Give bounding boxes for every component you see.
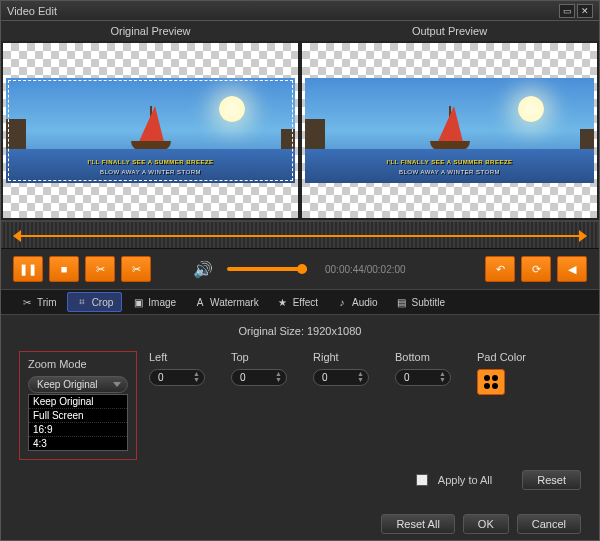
- trim-end-handle[interactable]: [579, 230, 587, 242]
- volume-slider[interactable]: [227, 267, 307, 271]
- zoom-mode-dropdown[interactable]: Keep Original: [28, 376, 128, 393]
- zoom-mode-label: Zoom Mode: [28, 358, 128, 370]
- zoom-mode-options: Keep Original Full Screen 16:9 4:3: [28, 394, 128, 451]
- tab-subtitle[interactable]: ▤Subtitle: [388, 293, 453, 311]
- zoom-mode-section: Zoom Mode Keep Original Keep Original Fu…: [19, 351, 137, 460]
- maximize-button[interactable]: ▭: [559, 4, 575, 18]
- scissors-icon: ✂: [132, 263, 141, 276]
- playback-controls: ❚❚ ■ ✂ ✂ 🔊 00:00:44/00:02:00 ↶ ⟳ ◀: [1, 249, 599, 289]
- timeline[interactable]: [1, 221, 599, 249]
- stop-icon: ■: [61, 263, 68, 275]
- original-preview[interactable]: I'LL FINALLY SEE A SUMMER BREEZE BLOW AW…: [3, 43, 298, 218]
- pause-icon: ❚❚: [19, 263, 37, 276]
- crop-bottom-input[interactable]: 0▲▼: [395, 369, 451, 386]
- pause-button[interactable]: ❚❚: [13, 256, 43, 282]
- timeline-bar[interactable]: [21, 235, 579, 237]
- reset-all-button[interactable]: Reset All: [381, 514, 454, 534]
- spinner-arrows-icon[interactable]: ▲▼: [439, 371, 446, 383]
- crop-right-input[interactable]: 0▲▼: [313, 369, 369, 386]
- zoom-option-16-9[interactable]: 16:9: [29, 423, 127, 437]
- titlebar: Video Edit ▭ ✕: [1, 1, 599, 21]
- cut-start-button[interactable]: ✂: [85, 256, 115, 282]
- output-preview: I'LL FINALLY SEE A SUMMER BREEZE BLOW AW…: [302, 43, 597, 218]
- crop-marquee[interactable]: [8, 80, 293, 181]
- zoom-option-4-3[interactable]: 4:3: [29, 437, 127, 450]
- output-preview-title: Output Preview: [300, 21, 599, 41]
- star-icon: ★: [277, 296, 289, 308]
- tab-audio[interactable]: ♪Audio: [328, 293, 386, 311]
- tab-trim[interactable]: ✂Trim: [13, 293, 65, 311]
- undo-icon: ↶: [496, 263, 505, 276]
- preview-row: Original Preview I'LL FINALLY SEE A SUMM…: [1, 21, 599, 221]
- dialog-buttons: Reset All OK Cancel: [1, 506, 599, 541]
- apply-to-all-label: Apply to All: [438, 474, 492, 486]
- stop-button[interactable]: ■: [49, 256, 79, 282]
- spinner-arrows-icon[interactable]: ▲▼: [193, 371, 200, 383]
- close-button[interactable]: ✕: [577, 4, 593, 18]
- tab-effect[interactable]: ★Effect: [269, 293, 326, 311]
- text-icon: A: [194, 296, 206, 308]
- spinner-arrows-icon[interactable]: ▲▼: [357, 371, 364, 383]
- video-edit-window: Video Edit ▭ ✕ Original Preview I'LL FIN…: [0, 0, 600, 541]
- subtitle-icon: ▤: [396, 296, 408, 308]
- ok-button[interactable]: OK: [463, 514, 509, 534]
- apply-to-all-checkbox[interactable]: [416, 474, 428, 486]
- output-frame: I'LL FINALLY SEE A SUMMER BREEZE BLOW AW…: [305, 78, 594, 183]
- time-display: 00:00:44/00:02:00: [325, 264, 406, 275]
- note-icon: ♪: [336, 296, 348, 308]
- crop-left-input[interactable]: 0▲▼: [149, 369, 205, 386]
- crop-icon: ⌗: [76, 296, 88, 308]
- original-frame: I'LL FINALLY SEE A SUMMER BREEZE BLOW AW…: [6, 78, 295, 183]
- flip-icon: ◀: [568, 263, 576, 276]
- original-preview-title: Original Preview: [1, 21, 300, 41]
- flip-button[interactable]: ◀: [557, 256, 587, 282]
- zoom-option-full-screen[interactable]: Full Screen: [29, 409, 127, 423]
- image-icon: ▣: [132, 296, 144, 308]
- reset-button[interactable]: Reset: [522, 470, 581, 490]
- zoom-option-keep-original[interactable]: Keep Original: [29, 395, 127, 409]
- padcolor-label: Pad Color: [477, 351, 547, 363]
- volume-knob[interactable]: [297, 264, 307, 274]
- crop-panel: Original Size: 1920x1080 Zoom Mode Keep …: [1, 315, 599, 500]
- crop-top-input[interactable]: 0▲▼: [231, 369, 287, 386]
- left-label: Left: [149, 351, 219, 363]
- undo-button[interactable]: ↶: [485, 256, 515, 282]
- spinner-arrows-icon[interactable]: ▲▼: [275, 371, 282, 383]
- chevron-down-icon: [113, 382, 121, 387]
- volume-icon[interactable]: 🔊: [193, 260, 213, 279]
- rotate-button[interactable]: ⟳: [521, 256, 551, 282]
- tab-crop[interactable]: ⌗Crop: [67, 292, 123, 312]
- cut-end-button[interactable]: ✂: [121, 256, 151, 282]
- trim-start-handle[interactable]: [13, 230, 21, 242]
- right-label: Right: [313, 351, 383, 363]
- tab-watermark[interactable]: AWatermark: [186, 293, 267, 311]
- window-title: Video Edit: [7, 5, 57, 17]
- tab-image[interactable]: ▣Image: [124, 293, 184, 311]
- cancel-button[interactable]: Cancel: [517, 514, 581, 534]
- bottom-label: Bottom: [395, 351, 465, 363]
- edit-tabs: ✂Trim ⌗Crop ▣Image AWatermark ★Effect ♪A…: [1, 289, 599, 315]
- rotate-icon: ⟳: [532, 263, 541, 276]
- scissors-icon: ✂: [21, 296, 33, 308]
- pad-color-icon: [484, 375, 498, 389]
- original-size-label: Original Size: 1920x1080: [19, 325, 581, 337]
- pad-color-button[interactable]: [477, 369, 505, 395]
- top-label: Top: [231, 351, 301, 363]
- scissors-icon: ✂: [96, 263, 105, 276]
